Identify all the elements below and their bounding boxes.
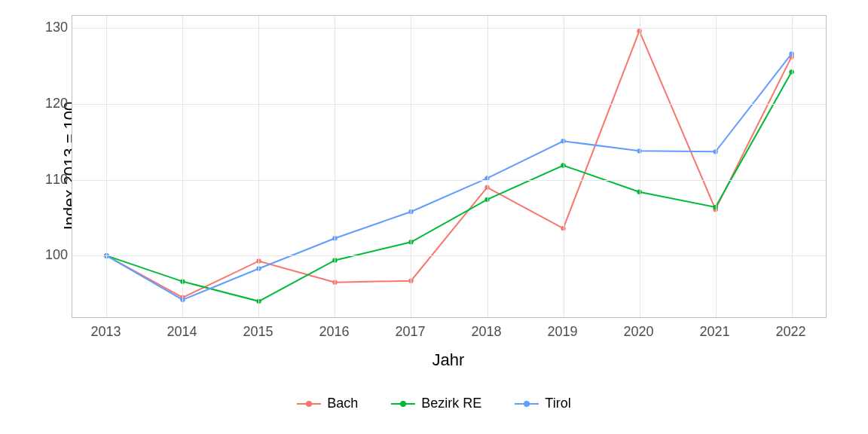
gridline-v <box>640 16 640 317</box>
gridline-v <box>716 16 717 317</box>
y-tick-label: 100 <box>23 247 68 263</box>
gridline-h <box>72 255 826 256</box>
series-line <box>106 72 791 301</box>
gridline-h <box>72 180 826 181</box>
x-axis-title: Jahr <box>432 350 465 370</box>
chart-container: Index 2013 = 100 Jahr Bach Bezirk RE Tir… <box>0 0 868 434</box>
gridline-v <box>335 16 335 317</box>
chart-svg <box>72 16 826 317</box>
legend-item-tirol: Tirol <box>515 396 570 411</box>
gridline-v <box>487 16 488 317</box>
x-tick-label: 2013 <box>90 324 121 340</box>
series-line <box>106 31 791 298</box>
y-tick-label: 110 <box>23 171 68 187</box>
gridline-v <box>258 16 259 317</box>
gridline-h <box>72 104 826 105</box>
gridline-v <box>411 16 411 317</box>
x-tick-label: 2015 <box>243 324 273 340</box>
gridline-h <box>72 28 826 29</box>
x-tick-label: 2016 <box>319 324 349 340</box>
gridline-v <box>106 16 107 317</box>
legend-item-bach: Bach <box>297 396 358 411</box>
y-tick-label: 130 <box>23 20 68 35</box>
series-line <box>106 53 791 299</box>
legend-label: Bach <box>327 396 358 411</box>
legend-swatch-tirol <box>515 398 539 410</box>
x-tick-label: 2019 <box>547 324 577 340</box>
x-tick-label: 2017 <box>395 324 425 340</box>
x-tick-label: 2022 <box>776 324 806 340</box>
legend-swatch-bach <box>297 398 321 410</box>
legend: Bach Bezirk RE Tirol <box>0 396 868 411</box>
gridline-v <box>182 16 183 317</box>
x-tick-label: 2018 <box>471 324 501 340</box>
x-tick-label: 2021 <box>700 324 730 340</box>
gridline-v <box>792 16 793 317</box>
legend-item-bezirk-re: Bezirk RE <box>391 396 481 411</box>
plot-area <box>72 15 827 318</box>
gridline-v <box>564 16 564 317</box>
y-tick-label: 120 <box>23 95 68 111</box>
x-tick-label: 2014 <box>167 324 197 340</box>
x-tick-label: 2020 <box>623 324 653 340</box>
legend-label: Tirol <box>545 396 570 411</box>
legend-swatch-bezirk-re <box>391 398 415 410</box>
legend-label: Bezirk RE <box>421 396 481 411</box>
